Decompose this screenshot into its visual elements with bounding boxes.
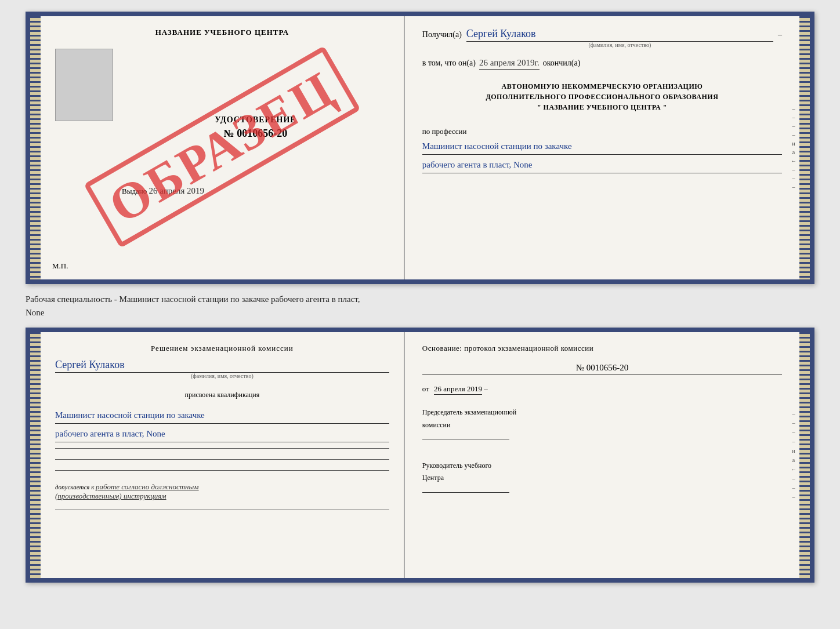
desc-line1: Рабочая специальность - Машинист насосно… bbox=[26, 293, 814, 306]
training-center-title: НАЗВАНИЕ УЧЕБНОГО ЦЕНТРА bbox=[155, 28, 289, 37]
recipient-name-block: Сергей Кулаков (фамилия, имя, отчество) bbox=[466, 28, 773, 48]
name-sublabel: (фамилия, имя, отчество) bbox=[466, 42, 773, 48]
allow-text: работе согласно должностным bbox=[96, 482, 199, 491]
chairman-section: Председатель экзаменационной комиссии bbox=[422, 406, 782, 444]
org-block: АВТОНОМНУЮ НЕКОММЕРЧЕСКУЮ ОРГАНИЗАЦИЮ ДО… bbox=[422, 81, 782, 112]
bottom-blank-line bbox=[55, 510, 389, 510]
cert-number: № 0010656-20 bbox=[122, 128, 389, 140]
org-line1: АВТОНОМНУЮ НЕКОММЕРЧЕСКУЮ ОРГАНИЗАЦИЮ bbox=[422, 81, 782, 92]
bottom-document: Решением экзаменационной комиссии Сергей… bbox=[26, 328, 814, 583]
org-line3: " НАЗВАНИЕ УЧЕБНОГО ЦЕНТРА " bbox=[422, 102, 782, 112]
right-edge-decoration bbox=[799, 16, 810, 279]
bottom-right-edge bbox=[799, 332, 810, 578]
head-label2: Центра bbox=[422, 472, 782, 485]
person-name-block: Сергей Кулаков (фамилия, имя, отчество) bbox=[55, 359, 389, 379]
profession-label: по профессии bbox=[422, 127, 782, 136]
basis-label: Основание: протокол экзаменационной коми… bbox=[422, 344, 782, 353]
date-prefix: в том, что он(а) bbox=[422, 59, 476, 68]
allow-section: допускается к работе согласно должностны… bbox=[55, 482, 389, 501]
head-section: Руководитель учебного Центра bbox=[422, 460, 782, 497]
date-from-row: от 26 апреля 2019 – bbox=[422, 384, 782, 394]
mp-label: М.П. bbox=[52, 261, 68, 271]
head-label: Руководитель учебного bbox=[422, 460, 782, 472]
bottom-doc-right-panel: Основание: протокол экзаменационной коми… bbox=[405, 332, 799, 578]
person-name: Сергей Кулаков bbox=[55, 359, 389, 373]
name-sublabel2: (фамилия, имя, отчество) bbox=[55, 373, 389, 379]
allow-prefix: допускается к bbox=[55, 483, 94, 490]
received-row: Получил(а) Сергей Кулаков (фамилия, имя,… bbox=[422, 28, 782, 48]
date-from-prefix: от bbox=[422, 384, 429, 393]
received-label: Получил(а) bbox=[422, 30, 462, 39]
cert-main-area: ОБРАЗЕЦ УДОСТОВЕРЕНИЕ № 0010656-20 Выдан… bbox=[55, 43, 389, 268]
issued-date: 26 апреля 2019 bbox=[149, 186, 205, 195]
issued-label: Выдано bbox=[122, 187, 149, 195]
allow-text2: (производственным) инструкциям bbox=[55, 492, 166, 500]
recipient-name: Сергей Кулаков bbox=[466, 28, 773, 42]
chairman-sig-line bbox=[422, 439, 509, 439]
photo-placeholder bbox=[55, 49, 113, 121]
right-side-decoration: –––– иа← ––– bbox=[788, 16, 799, 279]
cert-info: УДОСТОВЕРЕНИЕ № 0010656-20 Выдано 26 апр… bbox=[113, 43, 389, 268]
org-line2: ДОПОЛНИТЕЛЬНОГО ПРОФЕССИОНАЛЬНОГО ОБРАЗО… bbox=[422, 92, 782, 102]
top-doc-right-panel: Получил(а) Сергей Кулаков (фамилия, имя,… bbox=[405, 16, 799, 279]
bottom-right-side-deco: –––– иа← ––– bbox=[788, 332, 799, 578]
blank-lines-section bbox=[55, 448, 389, 471]
blank-line-2 bbox=[55, 459, 389, 460]
date-suffix: окончил(а) bbox=[543, 59, 581, 68]
date-from-value: 26 апреля 2019 bbox=[434, 384, 482, 395]
protocol-number: № 0010656-20 bbox=[422, 363, 782, 375]
description-text: Рабочая специальность - Машинист насосно… bbox=[26, 290, 814, 322]
head-sig-line bbox=[422, 492, 509, 493]
cert-title: УДОСТОВЕРЕНИЕ bbox=[122, 115, 389, 125]
blank-line-3 bbox=[55, 470, 389, 471]
chairman-label: Председатель экзаменационной bbox=[422, 406, 782, 419]
profession-line1: Машинист насосной станции по закачке bbox=[422, 139, 782, 155]
date-dash: – bbox=[484, 384, 488, 393]
profession-block-bottom: Машинист насосной станции по закачке раб… bbox=[55, 405, 389, 442]
desc-line2: None bbox=[26, 306, 814, 319]
top-document: НАЗВАНИЕ УЧЕБНОГО ЦЕНТРА ОБРАЗЕЦ УДОСТОВ… bbox=[26, 12, 814, 284]
profession-section: по профессии Машинист насосной станции п… bbox=[422, 124, 782, 173]
profession-line2: рабочего агента в пласт, None bbox=[422, 157, 782, 173]
commission-title: Решением экзаменационной комиссии bbox=[55, 344, 389, 353]
date-row: в том, что он(а) 26 апреля 2019г. окончи… bbox=[422, 58, 782, 70]
blank-line-1 bbox=[55, 448, 389, 449]
left-edge-decoration bbox=[30, 16, 41, 279]
top-doc-left-panel: НАЗВАНИЕ УЧЕБНОГО ЦЕНТРА ОБРАЗЕЦ УДОСТОВ… bbox=[41, 16, 405, 279]
completion-date: 26 апреля 2019г. bbox=[479, 58, 540, 70]
bottom-doc-left-panel: Решением экзаменационной комиссии Сергей… bbox=[41, 332, 405, 578]
chairman-label2: комиссии bbox=[422, 419, 782, 432]
bottom-left-edge bbox=[30, 332, 41, 578]
bottom-profession-line1: Машинист насосной станции по закачке bbox=[55, 408, 389, 424]
assigned-label: присвоена квалификация bbox=[55, 391, 389, 399]
issued-line: Выдано 26 апреля 2019 bbox=[122, 186, 389, 196]
dash-after-name: – bbox=[778, 30, 782, 39]
bottom-profession-line2: рабочего агента в пласт, None bbox=[55, 426, 389, 442]
